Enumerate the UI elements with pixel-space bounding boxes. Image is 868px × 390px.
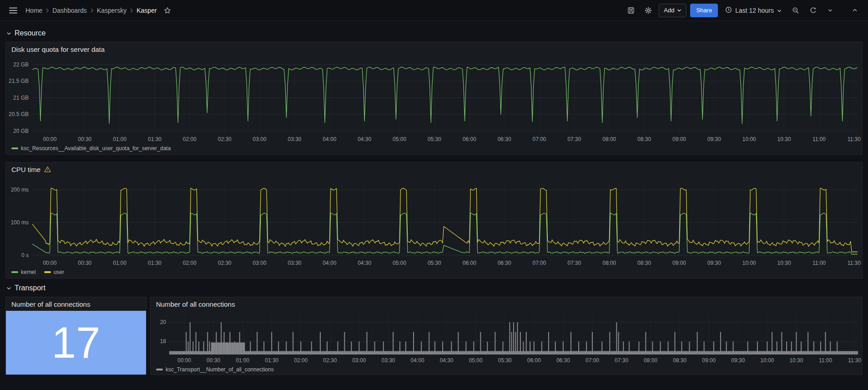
legend-label: ksc_Resources__Available_disk_user_quota… [21,145,171,152]
svg-text:06:30: 06:30 [498,260,511,266]
transport-row: Number of all connections 17 Number of a… [5,297,863,375]
conn-legend-swatch [156,369,163,370]
svg-text:11:00: 11:00 [812,260,826,266]
legend-label: user [54,269,64,275]
svg-text:01:30: 01:30 [265,357,278,364]
svg-text:03:30: 03:30 [288,136,301,142]
disk-quota-chart[interactable]: 00:0000:3001:0001:3002:0002:3003:0003:30… [6,56,862,145]
clock-icon [725,6,732,15]
row-header-transport[interactable]: Transport [5,279,863,297]
chevron-down-icon [677,7,681,14]
svg-text:00:30: 00:30 [78,260,91,266]
panel-disk-quota: Disk user quota for server data 00:0000:… [5,42,863,155]
collapse-topbar-button[interactable] [848,4,862,17]
svg-text:03:00: 03:00 [253,136,267,142]
save-dashboard-button[interactable] [624,4,638,17]
svg-text:22 GB: 22 GB [13,61,29,68]
chevron-right-icon [45,8,49,13]
svg-text:03:00: 03:00 [352,357,366,364]
svg-text:02:00: 02:00 [183,260,197,266]
svg-text:21.5 GB: 21.5 GB [9,78,29,84]
svg-text:02:30: 02:30 [218,260,232,266]
top-nav: Home Dashboards Kaspersky Kasper Add Sha… [0,0,868,21]
disk-legend: ksc_Resources__Available_disk_user_quota… [6,145,862,154]
star-icon [164,7,171,14]
svg-text:03:30: 03:30 [288,260,301,266]
warning-icon[interactable] [44,166,51,172]
svg-text:00:30: 00:30 [78,136,91,142]
svg-text:06:00: 06:00 [463,136,476,142]
panel-connections-chart: Number of all connections 00:0000:3001:0… [150,297,863,375]
menu-toggle-button[interactable] [6,4,20,17]
legend-item[interactable]: ksc_Resources__Available_disk_user_quota… [11,145,171,152]
svg-text:04:30: 04:30 [440,357,454,364]
svg-text:04:30: 04:30 [358,260,371,266]
svg-text:200 ms: 200 ms [11,187,29,193]
svg-text:05:30: 05:30 [428,136,441,142]
share-button[interactable]: Share [690,4,718,17]
svg-text:07:00: 07:00 [585,357,599,364]
svg-text:08:00: 08:00 [602,260,616,266]
breadcrumb-home[interactable]: Home [25,7,42,14]
cpu-kernel-swatch [11,271,18,273]
panel-title-connections[interactable]: Number of all connections [151,297,862,311]
panel-title-disk[interactable]: Disk user quota for server data [6,42,862,56]
gear-icon [645,7,652,14]
svg-text:04:30: 04:30 [358,136,371,142]
dashboard-settings-button[interactable] [641,4,655,17]
svg-text:0 s: 0 s [21,252,29,258]
svg-text:05:30: 05:30 [498,357,512,364]
legend-label: kernel [21,269,36,275]
svg-text:02:00: 02:00 [183,136,197,142]
connections-chart[interactable]: 00:0000:3001:0001:3002:0002:3003:0003:30… [151,311,862,366]
svg-text:10:30: 10:30 [777,260,791,266]
svg-text:10:30: 10:30 [777,136,791,142]
svg-text:09:30: 09:30 [707,260,721,266]
stat-body: 17 [6,311,146,375]
favorite-star-button[interactable] [161,4,174,17]
svg-text:10:00: 10:00 [742,136,756,142]
breadcrumb-kaspersky[interactable]: Kaspersky [97,7,126,14]
svg-text:00:00: 00:00 [177,357,191,364]
panel-title-stat[interactable]: Number of all connections [6,297,146,311]
svg-text:02:30: 02:30 [323,357,337,364]
svg-text:00:00: 00:00 [43,136,56,142]
svg-text:07:00: 07:00 [533,260,546,266]
breadcrumb-dashboards[interactable]: Dashboards [52,7,87,14]
panel-connections-stat: Number of all connections 17 [5,297,146,375]
svg-text:04:00: 04:00 [411,357,424,364]
svg-text:100 ms: 100 ms [11,219,29,226]
panel-title-cpu[interactable]: CPU time [6,162,862,176]
svg-text:05:00: 05:00 [393,260,406,266]
add-panel-dropdown[interactable]: Add [659,4,686,17]
cpu-user-swatch [44,271,51,273]
panel-title-text: Disk user quota for server data [11,46,105,53]
breadcrumb: Home Dashboards Kaspersky Kasper [25,7,157,14]
svg-text:10:00: 10:00 [742,260,756,266]
svg-text:02:30: 02:30 [218,136,232,142]
svg-text:18: 18 [160,338,167,344]
svg-text:01:00: 01:00 [113,136,126,142]
section-title: Resource [15,29,45,37]
legend-item[interactable]: user [44,269,64,275]
svg-text:06:00: 06:00 [463,260,476,266]
refresh-interval-dropdown[interactable] [823,4,837,17]
add-label: Add [664,7,674,14]
svg-text:00:00: 00:00 [43,260,56,266]
cpu-time-chart[interactable]: 00:0000:3001:0001:3002:0002:3003:0003:30… [6,176,862,269]
cpu-legend: kernel user [6,269,862,278]
zoom-out-time-button[interactable] [789,4,802,17]
svg-text:08:00: 08:00 [644,357,657,364]
svg-text:09:00: 09:00 [702,357,716,364]
refresh-button[interactable] [806,4,820,17]
legend-item[interactable]: ksc_Transport__Number_of_all_connections [156,366,274,373]
chevron-right-icon [130,8,133,13]
refresh-icon [809,7,817,14]
svg-text:06:00: 06:00 [527,357,541,364]
svg-text:10:30: 10:30 [789,357,803,364]
time-range-picker[interactable]: Last 12 hours [722,4,785,17]
svg-text:07:30: 07:30 [567,136,581,142]
row-header-resource[interactable]: Resource [5,24,863,42]
svg-text:01:30: 01:30 [148,260,161,266]
legend-item[interactable]: kernel [11,269,36,275]
